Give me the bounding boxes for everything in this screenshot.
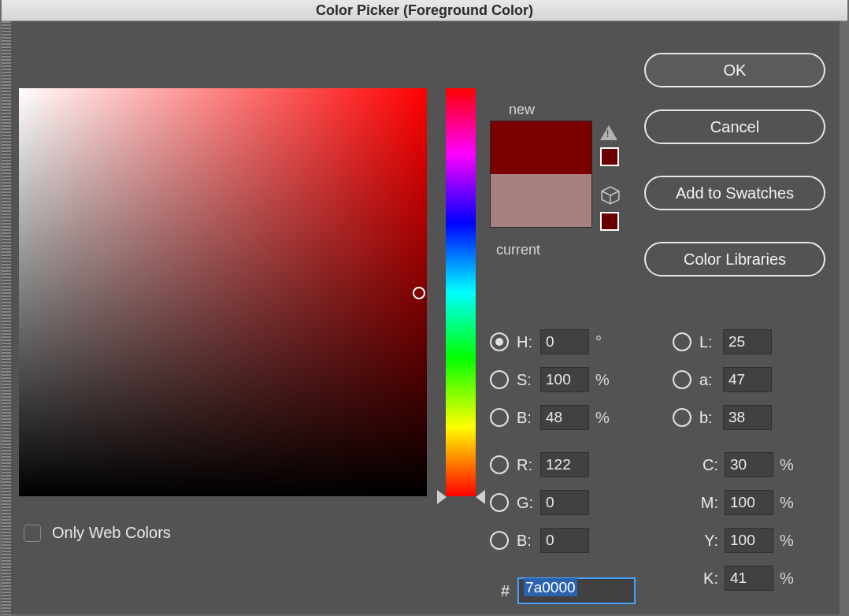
a-radio[interactable]: [673, 370, 691, 389]
a-row: a:: [673, 366, 772, 393]
h-input[interactable]: [540, 329, 589, 354]
b-rgb-row: B:: [490, 527, 589, 554]
s-unit: %: [595, 371, 610, 389]
l-row: L:: [673, 328, 772, 355]
g-row: G:: [490, 489, 589, 516]
color-preview: [490, 121, 592, 228]
l-input[interactable]: [723, 329, 772, 354]
h-radio[interactable]: [490, 332, 509, 351]
only-web-colors-checkbox[interactable]: [24, 525, 41, 542]
h-label: H:: [517, 333, 540, 351]
m-row: M: %: [695, 489, 794, 516]
b-rgb-radio[interactable]: [490, 531, 509, 550]
l-label: L:: [699, 333, 723, 351]
s-row: S: %: [490, 366, 610, 393]
b-hsb-row: B: %: [490, 404, 610, 431]
m-unit: %: [780, 494, 794, 512]
r-radio[interactable]: [490, 455, 509, 474]
c-row: C: %: [695, 451, 794, 478]
window-title: Color Picker (Foreground Color): [2, 0, 847, 21]
new-color-swatch: [491, 121, 591, 174]
dialog-body: OK Cancel Add to Swatches Color Librarie…: [11, 21, 840, 614]
websafe-warning-icon[interactable]: [600, 185, 621, 210]
r-label: R:: [517, 456, 540, 474]
b-lab-row: b:: [673, 404, 772, 431]
k-input[interactable]: [725, 566, 773, 591]
b-hsb-radio[interactable]: [490, 408, 509, 427]
action-buttons: OK Cancel Add to Swatches Color Librarie…: [644, 53, 825, 299]
s-label: S:: [517, 371, 540, 389]
hex-input[interactable]: 7a0000: [517, 577, 636, 604]
only-web-colors-label: Only Web Colors: [52, 524, 171, 542]
a-label: a:: [699, 371, 723, 389]
h-unit: °: [595, 333, 602, 351]
c-unit: %: [780, 456, 794, 474]
b-lab-radio[interactable]: [673, 408, 691, 427]
hex-label: #: [501, 582, 510, 600]
color-field-cursor[interactable]: [413, 287, 425, 299]
k-label: K:: [695, 570, 718, 588]
hue-slider[interactable]: [446, 88, 476, 496]
s-radio[interactable]: [490, 370, 509, 389]
g-label: G:: [517, 494, 540, 512]
new-color-label: new: [509, 102, 535, 118]
c-label: C:: [695, 456, 718, 474]
y-unit: %: [780, 532, 794, 550]
s-input[interactable]: [540, 367, 589, 392]
only-web-colors-row: Only Web Colors: [24, 524, 171, 542]
a-input[interactable]: [723, 367, 772, 392]
current-color-label: current: [496, 242, 540, 258]
b-lab-label: b:: [699, 409, 723, 427]
g-radio[interactable]: [490, 493, 509, 512]
r-row: R:: [490, 451, 589, 478]
websafe-swatch[interactable]: [600, 212, 619, 231]
current-color-swatch[interactable]: [491, 174, 591, 227]
b-lab-input[interactable]: [723, 405, 772, 430]
b-hsb-label: B:: [517, 409, 540, 427]
hue-handle-left-icon[interactable]: [437, 490, 447, 504]
m-label: M:: [695, 494, 718, 512]
cancel-button[interactable]: Cancel: [644, 109, 825, 144]
b-hsb-input[interactable]: [540, 405, 589, 430]
l-radio[interactable]: [673, 332, 691, 351]
y-input[interactable]: [725, 528, 773, 553]
ok-button[interactable]: OK: [644, 53, 825, 87]
k-unit: %: [780, 570, 794, 588]
r-input[interactable]: [540, 452, 589, 477]
b-rgb-input[interactable]: [540, 528, 589, 553]
y-row: Y: %: [695, 527, 794, 554]
gamut-warning-icon[interactable]: !: [600, 125, 617, 140]
m-input[interactable]: [725, 490, 773, 515]
gamut-warning-swatch[interactable]: [600, 147, 619, 166]
hex-row: # 7a0000: [501, 577, 636, 604]
y-label: Y:: [695, 532, 718, 550]
b-hsb-unit: %: [595, 409, 610, 427]
k-row: K: %: [695, 565, 794, 592]
h-row: H: °: [490, 328, 602, 355]
add-to-swatches-button[interactable]: Add to Swatches: [644, 176, 825, 210]
b-rgb-label: B:: [517, 532, 540, 550]
hue-handle-right-icon[interactable]: [476, 490, 485, 504]
saturation-brightness-field[interactable]: [19, 88, 427, 496]
color-libraries-button[interactable]: Color Libraries: [644, 242, 825, 276]
g-input[interactable]: [540, 490, 589, 515]
c-input[interactable]: [725, 452, 773, 477]
